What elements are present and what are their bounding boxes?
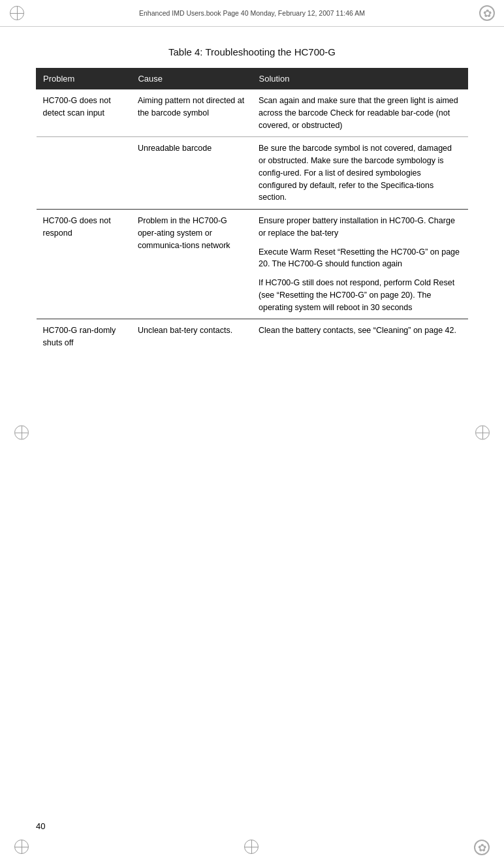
cell-problem [37, 137, 131, 210]
page-number-area: 40 [36, 821, 45, 831]
top-right-corner-mark [478, 4, 496, 22]
top-bar: Enhanced IMD Users.book Page 40 Monday, … [0, 0, 504, 27]
page-number: 40 [36, 821, 45, 831]
cell-solution: Clean the battery contacts, see “Cleanin… [252, 319, 468, 355]
table-row: HC700-G does not detect scan inputAiming… [37, 89, 468, 137]
cell-problem: HC700-G does not respond [37, 210, 131, 319]
cell-problem: HC700-G does not detect scan input [37, 89, 131, 137]
cell-solution: Scan again and make sure that the green … [252, 89, 468, 137]
cell-solution: Be sure the barcode symbol is not covere… [252, 137, 468, 210]
crosshair-top-left [10, 6, 24, 20]
table-title: Table 4: Troubleshooting the HC700-G [36, 46, 468, 57]
crosshair-right-mid [475, 426, 490, 440]
gear-top-right [479, 5, 495, 21]
bottom-corners [14, 840, 490, 855]
table-header-row: Problem Cause Solution [37, 69, 468, 89]
cell-problem: HC700-G ran-domly shuts off [37, 319, 131, 355]
gear-bottom-right [474, 840, 490, 855]
main-content: Table 4: Troubleshooting the HC700-G Pro… [0, 27, 504, 381]
header-cause: Cause [131, 69, 252, 89]
header-solution: Solution [252, 69, 468, 89]
page-wrapper: Enhanced IMD Users.book Page 40 Monday, … [0, 0, 504, 867]
cell-cause: Aiming pattern not directed at the barco… [131, 89, 252, 137]
troubleshooting-table: Problem Cause Solution HC700-G does not … [36, 68, 468, 355]
crosshair-bottom-left [14, 840, 29, 854]
cell-cause: Unclean bat-tery contacts. [131, 319, 252, 355]
cell-cause: Problem in the HC700-G oper-ating system… [131, 210, 252, 319]
left-side-mark [14, 426, 29, 442]
table-row: Unreadable barcodeBe sure the barcode sy… [37, 137, 468, 210]
right-side-mark [475, 426, 490, 442]
table-row: HC700-G ran-domly shuts offUnclean bat-t… [37, 319, 468, 355]
cell-solution: Ensure proper battery installation in HC… [252, 210, 468, 319]
top-bar-text: Enhanced IMD Users.book Page 40 Monday, … [26, 9, 478, 17]
top-left-corner-mark [8, 4, 26, 22]
crosshair-left-mid [14, 426, 29, 440]
header-problem: Problem [37, 69, 131, 89]
table-row: HC700-G does not respondProblem in the H… [37, 210, 468, 319]
crosshair-bottom-center [244, 840, 259, 854]
cell-cause: Unreadable barcode [131, 137, 252, 210]
